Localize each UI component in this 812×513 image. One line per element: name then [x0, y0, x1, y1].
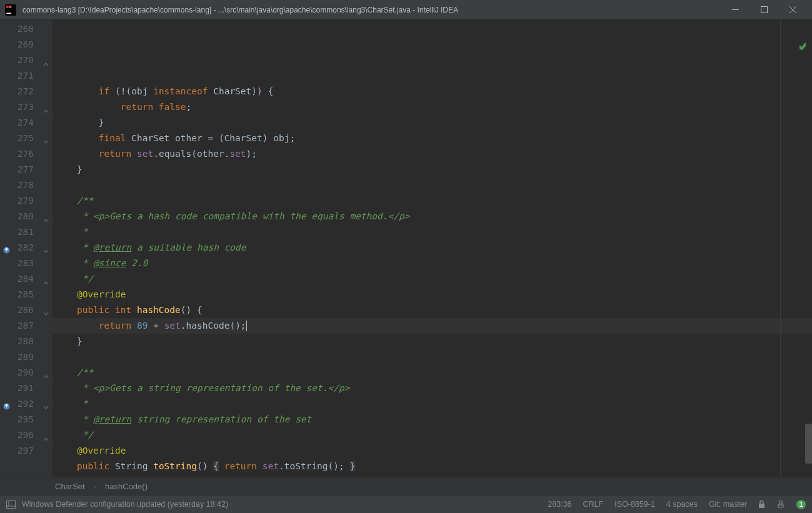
- minimize-button[interactable]: [721, 0, 749, 20]
- file-encoding[interactable]: ISO-8859-1: [614, 500, 655, 509]
- svg-rect-10: [7, 501, 16, 508]
- code-line[interactable]: /**: [53, 365, 812, 381]
- app-logo-icon: [5, 4, 16, 16]
- code-line[interactable]: *: [53, 224, 812, 240]
- line-number[interactable]: 275: [0, 131, 53, 146]
- line-number[interactable]: 292: [0, 396, 53, 412]
- fold-icon[interactable]: [41, 56, 49, 64]
- code-line[interactable]: * @return string representation of the s…: [53, 412, 812, 427]
- override-icon[interactable]: [3, 244, 11, 252]
- breadcrumb-method[interactable]: hashCode(): [105, 482, 148, 491]
- line-number[interactable]: 284: [0, 271, 53, 287]
- code-line[interactable]: if (!(obj instanceof CharSet)) {: [53, 84, 812, 99]
- fold-icon[interactable]: [41, 400, 49, 407]
- lock-icon[interactable]: [758, 501, 765, 509]
- code-line[interactable]: * @since 2.0: [53, 256, 812, 271]
- close-button[interactable]: [778, 0, 807, 20]
- line-number[interactable]: 279: [0, 193, 53, 209]
- line-number[interactable]: 291: [0, 381, 53, 396]
- code-line[interactable]: @Override: [53, 443, 812, 459]
- line-number[interactable]: 288: [0, 334, 53, 349]
- code-line[interactable]: * @return a suitable hash code: [53, 240, 812, 256]
- code-line[interactable]: return 89 + set.hashCode();: [53, 318, 812, 334]
- fold-icon[interactable]: [41, 103, 49, 111]
- code-line[interactable]: /**: [53, 193, 812, 209]
- breadcrumb-class[interactable]: CharSet: [55, 482, 85, 491]
- line-number[interactable]: 283: [0, 256, 53, 271]
- code-line[interactable]: public String toString() { return set.to…: [53, 459, 812, 474]
- line-number[interactable]: 287: [0, 318, 53, 334]
- tool-window-icon[interactable]: [6, 501, 16, 509]
- window-title: commons-lang3 [D:\IdeaProjects\apache\co…: [23, 6, 721, 14]
- notification-badge[interactable]: 1: [796, 500, 806, 509]
- code-line[interactable]: }: [53, 334, 812, 349]
- code-line[interactable]: final CharSet other = (CharSet) obj;: [53, 131, 812, 146]
- gutter[interactable]: 2682692702712722732742752762772782792802…: [0, 20, 53, 477]
- line-separator[interactable]: CRLF: [583, 500, 604, 509]
- svg-rect-2: [9, 6, 11, 7]
- code-line[interactable]: */: [53, 271, 812, 287]
- fold-icon[interactable]: [41, 244, 49, 251]
- fold-icon[interactable]: [41, 306, 49, 314]
- fold-icon[interactable]: [41, 134, 49, 142]
- line-number[interactable]: 274: [0, 115, 53, 131]
- inspection-ok-icon[interactable]: [766, 24, 807, 71]
- line-number[interactable]: 269: [0, 37, 53, 52]
- line-number[interactable]: 285: [0, 287, 53, 302]
- fold-icon[interactable]: [41, 212, 49, 220]
- status-message: Windows Defender configuration updated (…: [22, 500, 228, 509]
- line-number[interactable]: 273: [0, 99, 53, 115]
- editor[interactable]: 2682692702712722732742752762772782792802…: [0, 20, 812, 477]
- line-number[interactable]: 277: [0, 162, 53, 177]
- line-number[interactable]: 272: [0, 84, 53, 99]
- line-number[interactable]: 295: [0, 412, 53, 427]
- svg-rect-13: [759, 504, 764, 508]
- chevron-right-icon: ›: [94, 482, 96, 491]
- line-number[interactable]: 289: [0, 349, 53, 365]
- text-caret: [246, 321, 247, 331]
- code-line[interactable]: return set.equals(other.set);: [53, 146, 812, 162]
- indent-setting[interactable]: 4 spaces: [666, 500, 698, 509]
- status-bar: Windows Defender configuration updated (…: [0, 495, 812, 513]
- code-line[interactable]: }: [53, 162, 812, 177]
- line-number[interactable]: 270: [0, 52, 53, 68]
- line-number[interactable]: 286: [0, 302, 53, 318]
- code-line[interactable]: * <p>Gets a hash code compatible with th…: [53, 209, 812, 224]
- code-line[interactable]: */: [53, 427, 812, 443]
- code-area[interactable]: if (!(obj instanceof CharSet)) { return …: [53, 20, 812, 477]
- breadcrumbs[interactable]: CharSet › hashCode(): [0, 477, 812, 495]
- line-number[interactable]: 278: [0, 177, 53, 193]
- git-branch[interactable]: Git: master: [709, 500, 747, 509]
- line-number[interactable]: 296: [0, 427, 53, 443]
- code-line[interactable]: @Override: [53, 287, 812, 302]
- right-margin-guide: [780, 20, 781, 477]
- line-number[interactable]: 290: [0, 365, 53, 381]
- code-line[interactable]: [53, 177, 812, 193]
- line-number[interactable]: 297: [0, 443, 53, 459]
- svg-point-14: [779, 501, 783, 504]
- ide-features-icon[interactable]: [776, 500, 785, 509]
- code-line[interactable]: public int hashCode() {: [53, 302, 812, 318]
- fold-icon[interactable]: [41, 275, 49, 282]
- line-number[interactable]: 281: [0, 224, 53, 240]
- cursor-position[interactable]: 283:36: [548, 500, 571, 509]
- line-number[interactable]: 282: [0, 240, 53, 256]
- line-number[interactable]: 276: [0, 146, 53, 162]
- line-number[interactable]: 271: [0, 68, 53, 84]
- title-bar: commons-lang3 [D:\IdeaProjects\apache\co…: [0, 0, 812, 20]
- svg-rect-3: [6, 12, 11, 14]
- svg-rect-1: [6, 6, 8, 7]
- code-line[interactable]: *: [53, 396, 812, 412]
- code-line[interactable]: [53, 349, 812, 365]
- code-line[interactable]: return false;: [53, 99, 812, 115]
- line-number[interactable]: 280: [0, 209, 53, 224]
- code-line[interactable]: }: [53, 115, 812, 131]
- line-number[interactable]: 268: [0, 21, 53, 37]
- override-icon[interactable]: [3, 400, 11, 408]
- scrollbar-thumb[interactable]: [805, 424, 812, 464]
- code-line[interactable]: * <p>Gets a string representation of the…: [53, 381, 812, 396]
- fold-icon[interactable]: [41, 369, 49, 376]
- fold-icon[interactable]: [41, 431, 49, 439]
- svg-rect-5: [761, 7, 767, 13]
- maximize-button[interactable]: [749, 0, 778, 20]
